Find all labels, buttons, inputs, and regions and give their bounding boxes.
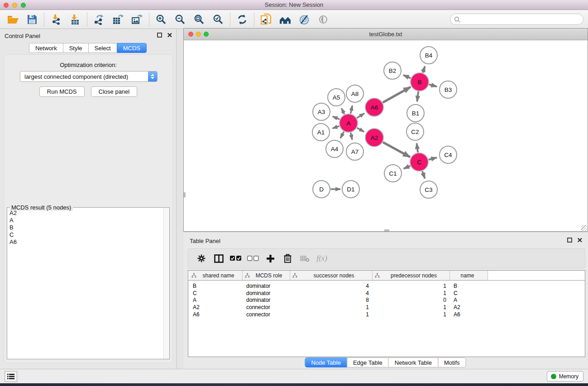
close-window-button[interactable]	[4, 3, 9, 8]
export-network-button[interactable]	[90, 11, 109, 28]
graph-node-B2[interactable]: B2	[384, 62, 401, 79]
graph-node-C3[interactable]: C3	[420, 181, 437, 198]
tab-motifs[interactable]: Motifs	[438, 357, 466, 367]
task-history-button[interactable]	[5, 371, 17, 382]
float-panel-icon[interactable]	[157, 33, 162, 38]
tab-network[interactable]: Network	[29, 43, 63, 53]
graph-edge-A-A2[interactable]	[357, 128, 364, 132]
table-row-C[interactable]: Cdominator41C	[188, 290, 585, 297]
column-header-successor-nodes[interactable]: successor nodes	[290, 271, 373, 280]
graph-node-A8[interactable]: A8	[346, 85, 363, 102]
tab-network-table[interactable]: Network Table	[388, 357, 438, 367]
graph-node-C[interactable]: C	[410, 153, 428, 171]
graph-edge-C-C4[interactable]	[429, 157, 437, 159]
tab-style[interactable]: Style	[63, 43, 89, 53]
graph-node-A[interactable]: A	[339, 114, 358, 132]
graph-edge-B-B1[interactable]	[417, 91, 418, 101]
resize-grip[interactable]	[581, 225, 587, 231]
select-all-button[interactable]	[227, 250, 244, 267]
graph-edge-A-A7[interactable]	[351, 133, 352, 140]
graph-node-A7[interactable]: A7	[346, 143, 363, 160]
graph-node-C1[interactable]: C1	[384, 165, 402, 182]
tab-select[interactable]: Select	[88, 43, 117, 53]
show-graphics-button[interactable]	[314, 11, 333, 28]
run-mcds-button[interactable]: Run MCDS	[39, 86, 85, 97]
show-columns-button[interactable]	[210, 250, 227, 267]
table-row-A[interactable]: Adominator80A	[188, 297, 585, 304]
result-item-A6[interactable]: A6	[8, 238, 163, 246]
graph-node-A4[interactable]: A4	[326, 140, 343, 157]
table-settings-button[interactable]	[193, 250, 210, 267]
refresh-view-button[interactable]	[233, 11, 252, 28]
tab-mcds[interactable]: MCDS	[117, 43, 147, 53]
graph-node-B1[interactable]: B1	[407, 105, 424, 122]
bottom-scroll-nub[interactable]	[384, 229, 389, 231]
result-item-A[interactable]: A	[8, 217, 163, 224]
minimize-window-button[interactable]	[12, 3, 17, 8]
table-row-B[interactable]: Bdominator41B	[188, 282, 585, 290]
close-panel-button[interactable]: Close panel	[91, 86, 138, 97]
result-item-A2[interactable]: A2	[8, 210, 163, 217]
add-column-button[interactable]	[262, 250, 279, 267]
column-header-name[interactable]: name	[450, 271, 488, 280]
column-header-MCDS-role[interactable]: MCDS role	[243, 271, 290, 280]
graph-edge-A-A4[interactable]	[340, 132, 344, 138]
home-button[interactable]	[276, 11, 295, 28]
graph-node-C4[interactable]: C4	[440, 146, 457, 163]
network-close-button[interactable]	[188, 32, 193, 37]
network-window-titlebar[interactable]: testGlobe.txt	[184, 29, 588, 40]
table-row-A6[interactable]: A6connector11A6	[188, 311, 585, 318]
table-row-A2[interactable]: A2connector11A2	[188, 304, 585, 311]
graph-edge-C-C1[interactable]	[404, 166, 410, 169]
import-table-button[interactable]	[66, 11, 85, 28]
graph-edge-A2-C[interactable]	[383, 142, 410, 157]
export-table-button[interactable]	[109, 11, 128, 28]
table-float-icon[interactable]	[567, 238, 572, 243]
search-box[interactable]	[450, 14, 583, 25]
result-scrollbar[interactable]	[163, 208, 169, 359]
zoom-fit-button[interactable]	[190, 11, 209, 28]
zoom-out-button[interactable]	[171, 11, 190, 28]
network-canvas[interactable]: AA1A2A3A4A5A6A7A8BB1B2B3B4CC1C2C3C4DD1	[184, 40, 588, 231]
graph-node-A1[interactable]: A1	[312, 124, 330, 141]
maximize-window-button[interactable]	[21, 3, 26, 8]
left-scroll-nub[interactable]	[184, 192, 186, 197]
session-details-button[interactable]	[257, 11, 276, 28]
graph-node-A3[interactable]: A3	[313, 103, 330, 120]
graph-node-C2[interactable]: C2	[406, 123, 424, 140]
result-item-C[interactable]: C	[8, 231, 163, 238]
graph-edge-C-C3[interactable]	[422, 171, 425, 178]
graph-node-A2[interactable]: A2	[365, 129, 383, 147]
graph-edge-B-B2[interactable]	[403, 75, 411, 78]
zoom-in-button[interactable]	[152, 11, 171, 28]
graph-edge-A-A8[interactable]	[351, 105, 353, 114]
graph-node-D[interactable]: D	[313, 181, 330, 198]
graph-node-D1[interactable]: D1	[342, 181, 359, 198]
column-header-predecessor-nodes[interactable]: predecessor nodes	[373, 271, 450, 280]
open-session-button[interactable]	[4, 11, 23, 28]
search-input[interactable]	[463, 16, 583, 23]
graph-node-B3[interactable]: B3	[440, 81, 457, 98]
network-maximize-button[interactable]	[204, 32, 209, 37]
export-image-button[interactable]	[128, 11, 147, 28]
import-network-button[interactable]	[47, 11, 66, 28]
column-header-shared-name[interactable]: shared name	[189, 271, 243, 280]
graph-edge-A-A5[interactable]	[342, 108, 344, 114]
save-session-button[interactable]	[23, 11, 42, 28]
graph-edge-B-B4[interactable]	[423, 67, 425, 73]
network-minimize-button[interactable]	[196, 32, 201, 37]
graph-node-B[interactable]: B	[411, 73, 429, 91]
graph-edge-A-A6[interactable]	[357, 114, 364, 118]
graph-node-B4[interactable]: B4	[420, 47, 437, 64]
close-panel-icon[interactable]: ✕	[167, 33, 172, 38]
graph-edge-A6-B[interactable]	[383, 87, 411, 102]
graph-edge-A-A3[interactable]	[333, 116, 339, 119]
result-item-B[interactable]: B	[8, 224, 163, 231]
tab-node-table[interactable]: Node Table	[305, 357, 347, 367]
graph-edge-A-A1[interactable]	[333, 126, 339, 129]
deselect-all-button[interactable]	[244, 250, 262, 267]
hide-graphics-button[interactable]	[295, 11, 314, 28]
memory-button[interactable]: Memory	[547, 371, 583, 381]
criterion-dropdown[interactable]: largest connected component (directed)	[20, 71, 158, 82]
zoom-selected-button[interactable]	[209, 11, 228, 28]
